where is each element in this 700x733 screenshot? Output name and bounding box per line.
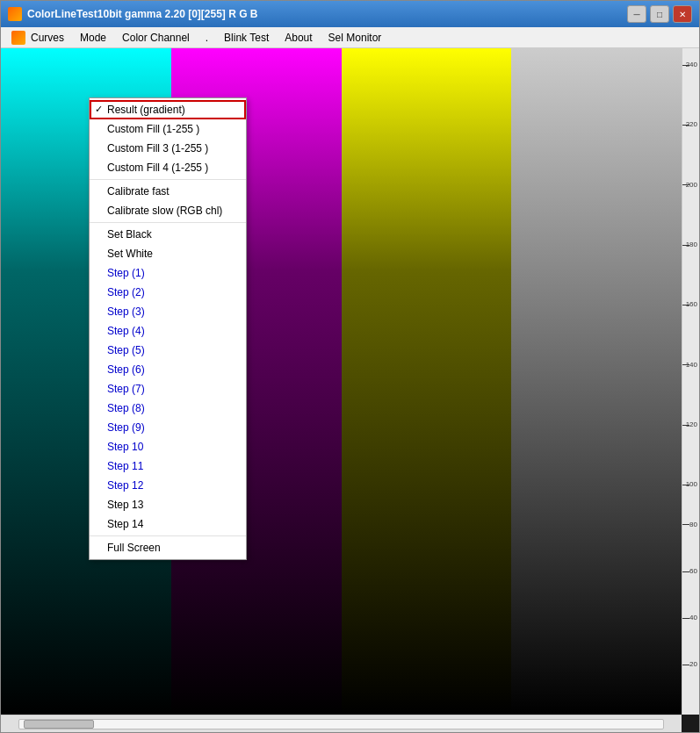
dropdown-label-step-6: Step (6) — [107, 363, 145, 376]
content-area: 240 220 200 180 160 140 120 100 80 60 40… — [1, 48, 699, 732]
dropdown-item-full-screen[interactable]: Full Screen — [90, 538, 246, 557]
dropdown-label-custom-fill-4: Custom Fill 4 (1-255 ) — [107, 162, 208, 174]
separator-2 — [90, 222, 246, 223]
menu-mode-label: Mode — [80, 32, 106, 44]
titlebar-buttons: ─ □ ✕ — [627, 5, 692, 23]
ruler-label-120: 120 — [686, 421, 699, 428]
maximize-button[interactable]: □ — [650, 5, 669, 23]
minimize-button[interactable]: ─ — [627, 5, 646, 23]
menu-sel-monitor-label: Sel Monitor — [328, 32, 382, 44]
dropdown-label-step-2: Step (2) — [107, 286, 145, 298]
scrollbar-thumb[interactable] — [24, 720, 94, 729]
menu-curves[interactable]: Curves — [4, 29, 71, 47]
dropdown-item-step-5[interactable]: Step (5) — [90, 341, 246, 360]
ruler-mark-60: 60 — [682, 568, 699, 575]
dropdown-item-calibrate-slow[interactable]: Calibrate slow (RGB chl) — [90, 201, 246, 220]
menu-curves-label: Curves — [31, 32, 64, 44]
menu-dot-label: . — [206, 32, 208, 44]
ruler-mark-20: 20 — [682, 661, 699, 668]
dropdown-label-step-7: Step (7) — [107, 383, 145, 395]
ruler-mark-40: 40 — [682, 614, 699, 622]
separator-1 — [90, 179, 246, 180]
menu-mode[interactable]: Mode — [73, 30, 113, 46]
dropdown-label-step-1: Step (1) — [107, 267, 145, 279]
dropdown-label-step-5: Step (5) — [107, 344, 145, 356]
window-title: ColorLineTest10bit gamma 2.20 [0][255] R… — [27, 8, 627, 20]
dropdown-item-step-9[interactable]: Step (9) — [90, 418, 246, 437]
dropdown-label-step-14: Step 14 — [107, 518, 143, 530]
dropdown-item-step-14[interactable]: Step 14 — [90, 514, 246, 534]
main-window: ColorLineTest10bit gamma 2.20 [0][255] R… — [0, 0, 700, 733]
ruler-mark-120: 120 — [682, 421, 699, 428]
ruler-label-160: 160 — [686, 301, 699, 308]
scrollbar-track[interactable] — [18, 719, 664, 729]
dropdown-item-step-8[interactable]: Step (8) — [90, 399, 246, 418]
dropdown-label-result-gradient: Result (gradient) — [107, 104, 185, 116]
app-icon — [8, 7, 22, 21]
dropdown-item-step-11[interactable]: Step 11 — [90, 456, 246, 476]
dropdown-item-result-gradient[interactable]: Result (gradient) — [90, 100, 246, 119]
dropdown-label-step-11: Step 11 — [107, 460, 143, 472]
dropdown-item-step-2[interactable]: Step (2) — [90, 283, 246, 302]
dropdown-item-step-6[interactable]: Step (6) — [90, 360, 246, 379]
ruler-mark-240: 240 — [682, 61, 699, 68]
dropdown-label-calibrate-fast: Calibrate fast — [107, 185, 170, 198]
menubar: Curves Mode Color Channel . Blink Test A… — [1, 27, 699, 48]
dropdown-item-custom-fill-3[interactable]: Custom Fill 3 (1-255 ) — [90, 139, 246, 158]
dropdown-item-step-7[interactable]: Step (7) — [90, 379, 246, 399]
scrollbar-bottom[interactable] — [1, 715, 682, 732]
dropdown-item-step-1[interactable]: Step (1) — [90, 263, 246, 283]
dropdown-label-step-3: Step (3) — [107, 305, 145, 318]
ruler-label-100: 100 — [686, 481, 699, 488]
menu-blink-test[interactable]: Blink Test — [217, 30, 276, 46]
ruler-mark-100: 100 — [682, 481, 699, 488]
ruler-mark-220: 220 — [682, 121, 699, 128]
dropdown-label-full-screen: Full Screen — [107, 542, 161, 554]
dropdown-item-calibrate-fast[interactable]: Calibrate fast — [90, 182, 246, 201]
curves-icon — [11, 31, 25, 45]
ruler-label-240: 240 — [686, 61, 699, 68]
dropdown-item-custom-fill-4[interactable]: Custom Fill 4 (1-255 ) — [90, 158, 246, 177]
dropdown-item-step-10[interactable]: Step 10 — [90, 437, 246, 456]
dropdown-label-calibrate-slow: Calibrate slow (RGB chl) — [107, 205, 222, 217]
dropdown-item-custom-fill-2[interactable]: Custom Fill (1-255 ) — [90, 119, 246, 139]
dropdown-label-step-4: Step (4) — [107, 325, 145, 337]
ruler-mark-160: 160 — [682, 301, 699, 308]
titlebar: ColorLineTest10bit gamma 2.20 [0][255] R… — [1, 1, 699, 27]
ruler-mark-80: 80 — [682, 521, 699, 528]
ruler-mark-200: 200 — [682, 182, 699, 189]
dropdown-item-set-black[interactable]: Set Black — [90, 225, 246, 244]
menu-dot: . — [198, 30, 215, 46]
ruler-label-40: 40 — [689, 614, 699, 622]
dropdown-item-step-13[interactable]: Step 13 — [90, 495, 246, 514]
gradient-yellow — [342, 48, 512, 715]
ruler-right: 240 220 200 180 160 140 120 100 80 60 40… — [682, 48, 699, 715]
dropdown-label-step-12: Step 12 — [107, 479, 143, 492]
menu-sel-monitor[interactable]: Sel Monitor — [321, 30, 389, 46]
ruler-label-60: 60 — [689, 568, 699, 575]
dropdown-label-custom-fill-3: Custom Fill 3 (1-255 ) — [107, 142, 208, 155]
dropdown-label-set-white: Set White — [107, 248, 153, 260]
dropdown-item-step-3[interactable]: Step (3) — [90, 302, 246, 321]
menu-blink-test-label: Blink Test — [224, 32, 269, 44]
ruler-label-200: 200 — [686, 182, 699, 189]
separator-3 — [90, 535, 246, 536]
dropdown-label-set-black: Set Black — [107, 228, 152, 241]
dropdown-menu: Result (gradient) Custom Fill (1-255 ) C… — [89, 97, 247, 560]
ruler-label-140: 140 — [686, 362, 699, 369]
ruler-label-80: 80 — [689, 521, 699, 528]
menu-about[interactable]: About — [278, 30, 319, 46]
dropdown-label-custom-fill-2: Custom Fill (1-255 ) — [107, 123, 199, 135]
dropdown-label-step-13: Step 13 — [107, 499, 143, 511]
ruler-label-220: 220 — [686, 121, 699, 128]
dropdown-item-step-4[interactable]: Step (4) — [90, 321, 246, 341]
menu-about-label: About — [285, 32, 312, 44]
dropdown-item-step-12[interactable]: Step 12 — [90, 476, 246, 495]
menu-color-channel-label: Color Channel — [122, 32, 190, 44]
close-button[interactable]: ✕ — [673, 5, 692, 23]
menu-color-channel[interactable]: Color Channel — [115, 30, 197, 46]
dropdown-label-step-10: Step 10 — [107, 441, 143, 453]
dropdown-label-step-8: Step (8) — [107, 402, 145, 414]
gradient-gray — [511, 48, 682, 715]
dropdown-item-set-white[interactable]: Set White — [90, 244, 246, 263]
